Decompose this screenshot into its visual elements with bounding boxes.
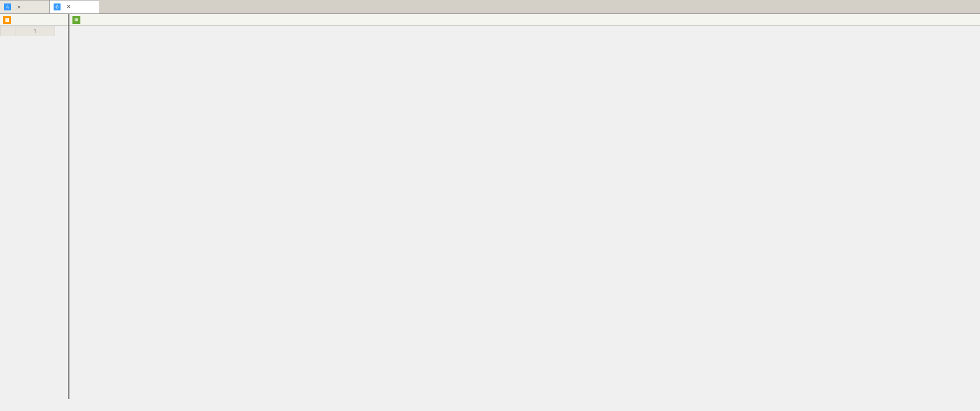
left-sheet: 1 — [0, 26, 55, 36]
tab-algorithms-icon: A — [4, 3, 11, 10]
left-corner-header — [0, 26, 15, 36]
right-grid-icon: ▦ — [72, 16, 80, 24]
tab-algorithms[interactable]: A ✕ — [0, 0, 50, 13]
tab-comparealg-icon: C — [54, 3, 61, 10]
left-cell-icon: ▦ — [3, 16, 11, 24]
right-info-bar: ▦ — [69, 14, 980, 26]
left-col-1-header: 1 — [15, 26, 55, 36]
spreadsheet-container: ▦ 1 ▦ — [0, 14, 980, 399]
right-panel: ▦ — [69, 14, 980, 399]
tab-comparealg-close[interactable]: ✕ — [66, 4, 70, 9]
left-panel: ▦ 1 — [0, 14, 69, 399]
tab-algorithms-close[interactable]: ✕ — [17, 4, 21, 10]
right-grid-wrapper[interactable] — [69, 26, 980, 399]
left-info-bar: ▦ — [0, 14, 68, 26]
tab-bar: A ✕ C ✕ — [0, 0, 980, 14]
tab-comparealg[interactable]: C ✕ — [50, 0, 99, 13]
left-grid-wrapper[interactable]: 1 — [0, 26, 68, 399]
